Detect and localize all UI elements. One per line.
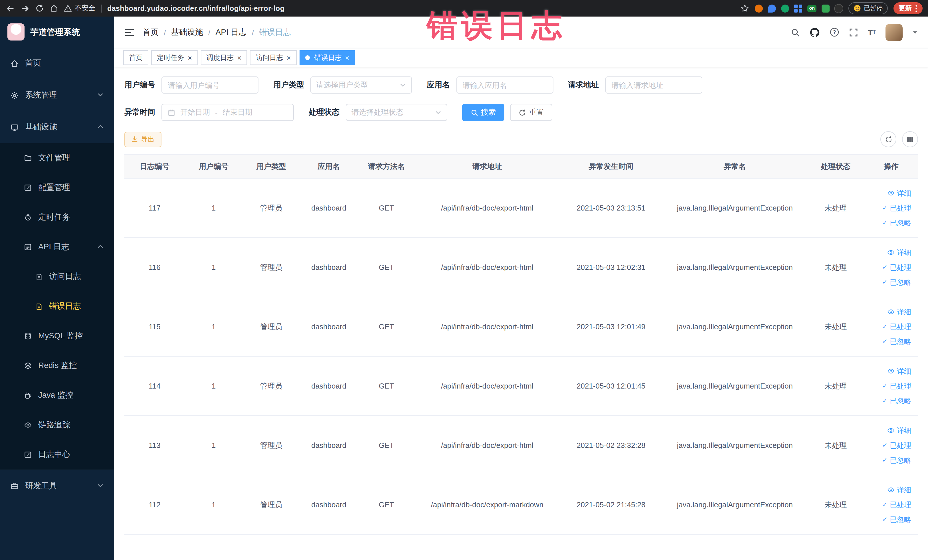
processed-link[interactable]: ✓已处理	[864, 378, 911, 394]
breadcrumb-infrastructure[interactable]: 基础设施	[171, 27, 203, 37]
sidebar-item-config-management[interactable]: 配置管理	[0, 173, 114, 203]
export-button[interactable]: 导出	[124, 131, 162, 147]
check-icon: ✓	[882, 323, 887, 330]
cell-exception-name: java.lang.IllegalArgumentException	[663, 297, 807, 356]
extension-icon[interactable]	[768, 4, 776, 12]
close-icon[interactable]: ×	[237, 54, 241, 61]
breadcrumb-api-log[interactable]: API 日志	[216, 27, 247, 37]
close-icon[interactable]: ×	[286, 54, 291, 61]
user-id-input[interactable]	[162, 76, 258, 93]
detail-link[interactable]: 详细	[864, 482, 911, 497]
close-icon[interactable]: ×	[188, 54, 192, 61]
home-icon[interactable]	[50, 4, 58, 12]
tab-scheduled-tasks[interactable]: 定时任务×	[151, 50, 198, 65]
sidebar-toggle[interactable]	[124, 27, 135, 37]
sidebar-item-system-management[interactable]: 系统管理	[0, 79, 114, 111]
extension-on-badge[interactable]: on	[807, 5, 817, 12]
close-icon[interactable]: ×	[345, 54, 350, 61]
sidebar-item-log-center[interactable]: 日志中心	[0, 440, 114, 470]
date-range-separator: -	[215, 108, 218, 117]
tab-access-log[interactable]: 访问日志×	[250, 50, 296, 65]
check-icon: ✓	[882, 264, 887, 270]
update-button[interactable]: 更新	[893, 2, 923, 14]
ignored-link[interactable]: ✓已忽略	[864, 215, 911, 230]
extension-icon[interactable]	[755, 4, 763, 12]
sidebar-item-dev-tools[interactable]: 研发工具	[0, 470, 114, 502]
extension-icon[interactable]	[794, 4, 802, 12]
column-settings-button[interactable]	[902, 131, 918, 147]
cell-actions: 详细 ✓已处理 ✓已忽略	[864, 297, 918, 356]
check-icon: ✓	[882, 205, 887, 211]
ignored-link[interactable]: ✓已忽略	[864, 453, 911, 468]
sidebar-item-error-log[interactable]: 错误日志	[0, 291, 114, 321]
security-indicator[interactable]: 不安全	[64, 3, 95, 13]
paused-badge[interactable]: 已暂停	[849, 2, 888, 14]
process-status-select[interactable]: 请选择处理状态	[346, 104, 447, 121]
sidebar-item-home[interactable]: 首页	[0, 47, 114, 79]
extension-icon[interactable]	[835, 4, 843, 12]
sidebar-item-mysql-monitor[interactable]: MySQL 监控	[0, 321, 114, 351]
sidebar-menu: 首页 系统管理 基础设施 文件管理	[0, 47, 114, 502]
cell-status: 未处理	[807, 416, 864, 475]
detail-link[interactable]: 详细	[864, 364, 911, 378]
ignored-link[interactable]: ✓已忽略	[864, 394, 911, 408]
edit-icon	[24, 184, 32, 192]
sidebar-item-trace[interactable]: 链路追踪	[0, 410, 114, 440]
sidebar-item-infrastructure[interactable]: 基础设施	[0, 111, 114, 143]
detail-link[interactable]: 详细	[864, 245, 911, 260]
font-size-icon[interactable]: TT	[868, 28, 876, 36]
search-button[interactable]: 搜索	[462, 104, 504, 121]
fullscreen-icon[interactable]	[849, 27, 858, 37]
detail-link[interactable]: 详细	[864, 186, 911, 201]
check-icon: ✓	[882, 338, 887, 345]
sidebar-item-scheduled-tasks[interactable]: 定时任务	[0, 203, 114, 232]
table-row: 114 1 管理员 dashboard GET /api/infra/db-do…	[124, 356, 918, 416]
tab-dispatch-log[interactable]: 调度日志×	[200, 50, 247, 65]
extension-icon[interactable]	[781, 4, 789, 12]
ignored-link[interactable]: ✓已忽略	[864, 334, 911, 349]
tab-error-log[interactable]: 错误日志×	[299, 50, 355, 65]
url-bar[interactable]: dashboard.yudao.iocoder.cn/infra/log/api…	[107, 4, 284, 12]
search-icon[interactable]	[791, 27, 800, 37]
layers-icon	[24, 362, 32, 370]
processed-link[interactable]: ✓已处理	[864, 438, 911, 453]
breadcrumb-home[interactable]: 首页	[143, 27, 159, 37]
bookmark-star-icon[interactable]	[740, 4, 749, 12]
exception-time-range[interactable]: 开始日期 - 结束日期	[162, 104, 294, 121]
user-type-select[interactable]: 请选择用户类型	[310, 76, 412, 93]
filter-label-exception-time: 异常时间	[124, 107, 155, 117]
extension-icon[interactable]	[821, 4, 830, 12]
ignored-link[interactable]: ✓已忽略	[864, 512, 911, 527]
sidebar-item-java-monitor[interactable]: Java 监控	[0, 381, 114, 410]
back-icon[interactable]	[6, 4, 15, 13]
check-icon: ✓	[882, 457, 887, 463]
processed-link[interactable]: ✓已处理	[864, 319, 911, 334]
reload-icon[interactable]	[35, 4, 44, 12]
processed-link[interactable]: ✓已处理	[864, 260, 911, 275]
refresh-button[interactable]	[881, 131, 896, 147]
sidebar-item-file-management[interactable]: 文件管理	[0, 143, 114, 173]
github-icon[interactable]	[810, 27, 820, 37]
processed-link[interactable]: ✓已处理	[864, 497, 911, 512]
detail-link[interactable]: 详细	[864, 423, 911, 438]
warning-icon	[64, 5, 72, 12]
cell-app-name: dashboard	[300, 475, 358, 534]
request-url-input[interactable]	[605, 76, 702, 93]
tags-view: 首页 定时任务× 调度日志× 访问日志× 错误日志×	[114, 48, 928, 67]
detail-link[interactable]: 详细	[864, 304, 911, 319]
app-name-input[interactable]	[456, 76, 553, 93]
tab-home[interactable]: 首页	[123, 50, 148, 65]
caret-down-icon[interactable]	[912, 29, 918, 35]
help-icon[interactable]: ?	[830, 27, 839, 37]
sidebar-item-redis-monitor[interactable]: Redis 监控	[0, 351, 114, 381]
user-avatar[interactable]	[885, 24, 903, 41]
cell-method: GET	[358, 416, 415, 475]
top-header: 首页 / 基础设施 / API 日志 / 错误日志 ? TT	[114, 17, 928, 48]
cell-app-name: dashboard	[300, 238, 358, 297]
processed-link[interactable]: ✓已处理	[864, 201, 911, 215]
reset-button[interactable]: 重置	[510, 104, 552, 121]
sidebar-item-access-log[interactable]: 访问日志	[0, 262, 114, 291]
ignored-link[interactable]: ✓已忽略	[864, 275, 911, 290]
sidebar-item-api-log[interactable]: API 日志	[0, 232, 114, 262]
forward-icon[interactable]	[21, 4, 30, 13]
